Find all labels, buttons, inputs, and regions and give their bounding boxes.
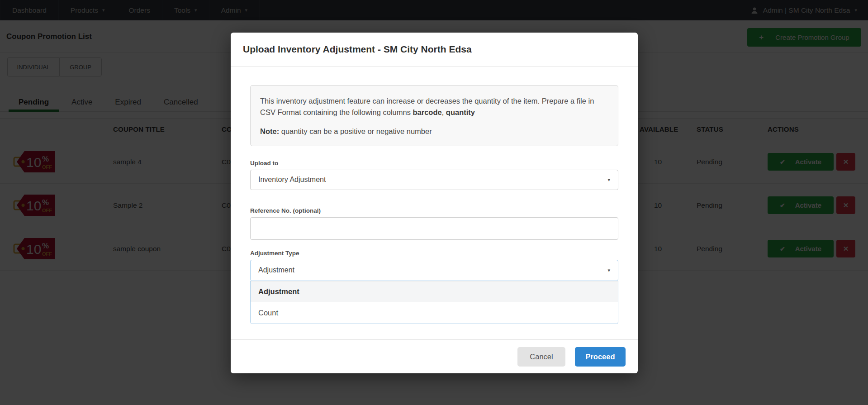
reference-no-input[interactable] — [250, 217, 618, 240]
adjustment-type-select[interactable]: Adjustment ▾ — [250, 260, 618, 281]
dropdown-option-adjustment[interactable]: Adjustment — [251, 281, 618, 302]
chevron-down-icon: ▾ — [607, 267, 610, 273]
dropdown-option-count[interactable]: Count — [251, 302, 618, 324]
adjustment-type-selected-value: Adjustment — [258, 266, 294, 274]
modal-title: Upload Inventory Adjustment - SM City No… — [243, 44, 472, 55]
modal-body: This inventory adjustment feature can in… — [231, 67, 638, 339]
reference-no-label: Reference No. (optional) — [250, 207, 618, 214]
adjustment-type-dropdown-menu: Adjustment Count — [250, 281, 618, 324]
proceed-button[interactable]: Proceed — [575, 347, 626, 367]
info-note-text: quantity can be a positive or negative n… — [279, 127, 432, 135]
info-note: Note: quantity can be a positive or nega… — [260, 127, 608, 136]
info-column-barcode: barcode — [413, 108, 442, 116]
upload-inventory-adjustment-modal: Upload Inventory Adjustment - SM City No… — [231, 33, 638, 373]
upload-to-label: Upload to — [250, 160, 618, 167]
cancel-button[interactable]: Cancel — [517, 347, 565, 367]
info-box: This inventory adjustment feature can in… — [250, 85, 618, 146]
info-note-label: Note: — [260, 127, 279, 135]
upload-to-selected-value: Inventory Adjustment — [258, 176, 326, 184]
modal-header: Upload Inventory Adjustment - SM City No… — [231, 33, 638, 67]
chevron-down-icon: ▾ — [607, 177, 610, 183]
modal-footer: Cancel Proceed — [231, 339, 638, 373]
info-column-quantity: quantity — [446, 108, 475, 116]
info-text: This inventory adjustment feature can in… — [260, 95, 608, 118]
upload-to-select[interactable]: Inventory Adjustment ▾ — [250, 170, 618, 190]
info-separator: , — [442, 108, 446, 116]
adjustment-type-label: Adjustment Type — [250, 250, 618, 257]
